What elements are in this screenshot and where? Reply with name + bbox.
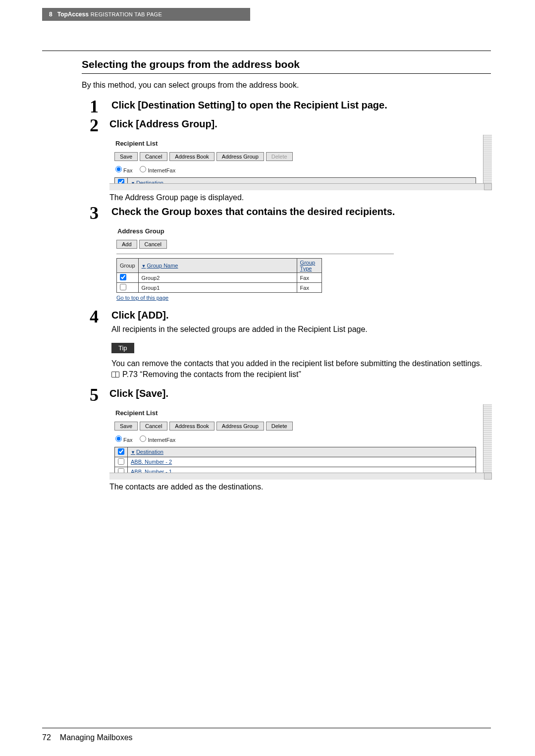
step-number: 4: [90, 309, 107, 324]
sort-arrow-icon: ▼: [142, 264, 146, 269]
table-row: ABB. Number - 2: [115, 457, 476, 467]
divider: [116, 254, 394, 254]
delete-button[interactable]: Delete: [266, 422, 293, 431]
cell-group-name: Group1: [138, 283, 297, 293]
cell-destination[interactable]: ABB. Number - 2: [128, 457, 476, 467]
radio-internetfax[interactable]: InternetFax: [140, 167, 175, 173]
row-checkbox[interactable]: [120, 274, 126, 280]
bottom-rule: [42, 728, 491, 728]
screenshot-address-group: Address Group Add Cancel Group ▼Group Na…: [111, 222, 399, 302]
scroll-corner: [484, 473, 492, 480]
top-rule: [42, 51, 491, 51]
panel-title: Address Group: [117, 227, 399, 235]
step-3: 3 Check the Group boxes that contains th…: [90, 205, 491, 306]
screenshot-recipient-list-filled: Recipient List Save Cancel Address Book …: [109, 404, 491, 479]
section-title: Selecting the groups from the address bo…: [82, 58, 491, 74]
save-button[interactable]: Save: [114, 152, 138, 161]
cell-group-type: Fax: [297, 273, 321, 283]
radio-group: Fax InternetFax: [115, 435, 491, 443]
group-table: Group ▼Group Name Group Type Group2 Fax: [116, 258, 322, 293]
button-row: Save Cancel Address Book Address Group D…: [114, 152, 491, 161]
page-number: 72: [42, 733, 51, 742]
tip-text: You can remove the contacts that you add…: [111, 358, 491, 369]
step-after-text: The contacts are added as the destinatio…: [109, 483, 491, 491]
step-number: 1: [90, 99, 107, 114]
step-number: 3: [90, 205, 107, 221]
save-button[interactable]: Save: [114, 422, 138, 431]
step-headline: Click [ADD].: [111, 310, 491, 321]
tip-label: Tip: [111, 343, 134, 353]
cancel-button[interactable]: Cancel: [140, 422, 167, 431]
radio-internetfax-input[interactable]: [140, 166, 146, 172]
step-4: 4 Click [ADD]. All recipients in the sel…: [90, 309, 491, 379]
table-row: Group1 Fax: [117, 283, 322, 293]
radio-fax[interactable]: Fax: [115, 167, 132, 173]
steps-list: 1 Click [Destination Setting] to open th…: [90, 99, 491, 491]
go-to-top-link[interactable]: Go to top of this page: [116, 295, 168, 301]
col-group-type[interactable]: Group Type: [297, 259, 321, 273]
address-group-button[interactable]: Address Group: [216, 152, 264, 161]
step-2: 2 Click [Address Group]. Recipient List …: [90, 117, 491, 202]
address-book-button[interactable]: Address Book: [169, 422, 214, 431]
button-row: Add Cancel: [116, 240, 399, 249]
address-group-button[interactable]: Address Group: [216, 422, 264, 431]
step-number: 5: [90, 387, 106, 403]
radio-internetfax[interactable]: InternetFax: [140, 437, 175, 443]
col-group: Group: [117, 259, 139, 273]
button-row: Save Cancel Address Book Address Group D…: [114, 422, 491, 431]
radio-fax-input[interactable]: [115, 435, 122, 442]
step-after-text: The Address Group page is displayed.: [109, 193, 491, 202]
page-footer: 72 Managing Mailboxes: [42, 733, 133, 742]
scrollbar-horizontal[interactable]: [109, 473, 484, 480]
panel-title: Recipient List: [115, 409, 491, 417]
cell-group-type: Fax: [297, 283, 321, 293]
destination-header[interactable]: ▼Destination: [128, 447, 476, 457]
radio-group: Fax InternetFax: [115, 166, 491, 173]
radio-fax-input[interactable]: [115, 166, 122, 172]
linkref-text: P.73 “Removing the contacts from the rec…: [122, 370, 301, 379]
radio-fax[interactable]: Fax: [115, 437, 132, 443]
step-headline: Click [Destination Setting] to open the …: [111, 100, 491, 111]
step-after-text: All recipients in the selected groups ar…: [111, 325, 491, 334]
cancel-button[interactable]: Cancel: [140, 152, 167, 161]
screenshot-recipient-list-empty: Recipient List Save Cancel Address Book …: [109, 135, 491, 189]
step-number: 2: [90, 117, 106, 133]
scrollbar-vertical[interactable]: [483, 135, 492, 189]
intro-text: By this method, you can select groups fr…: [82, 81, 491, 90]
product-name: TopAccess: [57, 11, 89, 18]
sort-arrow-icon: ▼: [131, 450, 135, 455]
section-number: 8: [49, 11, 53, 18]
radio-internetfax-input[interactable]: [140, 435, 146, 442]
step-5: 5 Click [Save]. Recipient List Save Canc…: [90, 387, 491, 491]
select-all-checkbox[interactable]: [118, 448, 124, 455]
document-page: 8 TopAccess REGISTRATION TAB PAGE Select…: [0, 0, 535, 756]
step-1: 1 Click [Destination Setting] to open th…: [90, 99, 491, 114]
book-icon: [111, 372, 119, 378]
scroll-corner: [484, 183, 492, 190]
scrollbar-horizontal[interactable]: [109, 183, 484, 190]
row-checkbox[interactable]: [118, 458, 124, 465]
step-headline: Check the Group boxes that contains the …: [111, 206, 491, 217]
cancel-button[interactable]: Cancel: [139, 240, 167, 249]
content-area: Selecting the groups from the address bo…: [42, 58, 491, 494]
col-group-name[interactable]: ▼Group Name: [138, 259, 297, 273]
address-book-button[interactable]: Address Book: [169, 152, 214, 161]
delete-button[interactable]: Delete: [266, 152, 293, 161]
footer-title: Managing Mailboxes: [60, 733, 133, 742]
tab-header-bar: 8 TopAccess REGISTRATION TAB PAGE: [42, 8, 250, 21]
table-row: Group2 Fax: [117, 273, 322, 283]
scrollbar-vertical[interactable]: [483, 404, 492, 479]
step-headline: Click [Address Group].: [109, 118, 491, 130]
tab-label: REGISTRATION TAB PAGE: [91, 11, 162, 17]
step-headline: Click [Save].: [109, 388, 491, 399]
row-checkbox[interactable]: [120, 284, 126, 290]
cell-group-name: Group2: [138, 273, 297, 283]
cross-reference: P.73 “Removing the contacts from the rec…: [111, 370, 491, 379]
panel-title: Recipient List: [115, 140, 491, 147]
add-button[interactable]: Add: [116, 240, 137, 249]
